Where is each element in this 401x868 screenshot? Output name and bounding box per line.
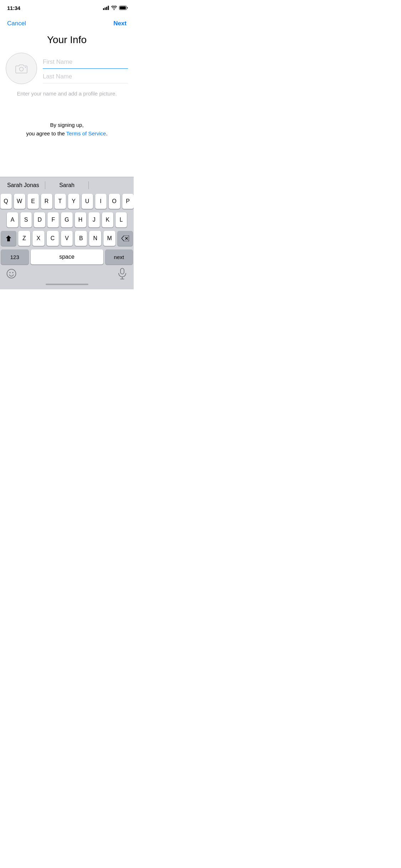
first-name-input[interactable] [43,56,128,69]
key-l[interactable]: L [115,212,127,227]
svg-rect-0 [103,8,104,10]
signal-icon [103,6,109,10]
keyboard: Sarah Jonas Sarah Q W E R T Y U I O P A … [0,177,134,289]
svg-point-11 [10,272,11,273]
terms-section: By signing up, you agree to the Terms of… [0,121,134,138]
key-d[interactable]: D [34,212,45,227]
key-y[interactable]: Y [68,194,79,209]
svg-rect-1 [105,7,106,10]
space-key[interactable]: space [31,249,103,264]
camera-icon [15,63,28,74]
svg-rect-13 [120,268,124,274]
terms-link[interactable]: Terms of Service [66,130,106,136]
wifi-icon [111,6,117,10]
last-name-wrapper [43,70,128,83]
svg-point-10 [7,269,16,278]
key-n[interactable]: N [89,231,101,246]
numbers-key[interactable]: 123 [1,249,29,264]
battery-icon [119,6,128,10]
key-row-4: 123 space next [1,249,133,264]
key-v[interactable]: V [61,231,73,246]
status-time: 11:34 [7,5,20,11]
name-fields [43,53,128,83]
key-g[interactable]: G [61,212,72,227]
key-b[interactable]: B [75,231,87,246]
key-s[interactable]: S [20,212,32,227]
key-row-3: Z X C V B N M [1,231,133,246]
svg-rect-5 [120,6,126,9]
key-o[interactable]: O [109,194,120,209]
emoji-icon [6,269,16,279]
svg-rect-3 [108,6,109,10]
status-icons [103,6,128,10]
terms-suffix: . [106,130,107,136]
key-j[interactable]: J [88,212,100,227]
key-i[interactable]: I [95,194,107,209]
key-k[interactable]: K [102,212,113,227]
key-e[interactable]: E [27,194,39,209]
key-f[interactable]: F [47,212,59,227]
key-q[interactable]: Q [0,194,12,209]
keyboard-rows: Q W E R T Y U I O P A S D F G H J K L [0,192,134,266]
key-w[interactable]: W [14,194,25,209]
nav-bar: Cancel Next [0,16,134,31]
autocomplete-word1[interactable]: Sarah Jonas [1,182,45,188]
autocomplete-divider2 [88,181,89,189]
key-m[interactable]: M [103,231,115,246]
autocomplete-word2[interactable]: Sarah [45,182,89,188]
svg-rect-2 [106,7,107,10]
key-c[interactable]: C [47,231,59,246]
shift-key[interactable] [1,231,16,246]
key-a[interactable]: A [7,212,18,227]
next-button[interactable]: Next [113,20,127,27]
autocomplete-bar: Sarah Jonas Sarah [0,177,134,192]
key-p[interactable]: P [122,194,134,209]
mic-button[interactable] [117,268,128,279]
delete-icon [121,236,129,241]
key-t[interactable]: T [55,194,66,209]
keyboard-bottom [0,266,134,281]
terms-prefix: By signing up, [50,122,83,128]
info-section [0,53,134,84]
page-title: Your Info [0,34,134,46]
cancel-button[interactable]: Cancel [7,20,26,27]
last-name-input[interactable] [43,70,128,83]
svg-point-12 [12,272,14,273]
key-u[interactable]: U [82,194,93,209]
key-row-1: Q W E R T Y U I O P [1,194,133,209]
key-r[interactable]: R [41,194,52,209]
helper-text: Enter your name and add a profile pictur… [0,90,134,97]
keyboard-next-key[interactable]: next [106,249,133,264]
home-indicator [0,281,134,289]
shift-icon [6,235,11,242]
key-z[interactable]: Z [18,231,30,246]
key-x[interactable]: X [32,231,45,246]
svg-point-6 [20,67,24,71]
microphone-icon [118,268,127,279]
delete-key[interactable] [118,231,133,246]
svg-point-7 [25,67,26,68]
status-bar: 11:34 [0,0,134,16]
terms-mid: you agree to the [26,130,66,136]
emoji-button[interactable] [6,268,17,279]
key-h[interactable]: H [75,212,86,227]
key-row-2: A S D F G H J K L [1,212,133,227]
home-bar [46,284,88,285]
first-name-wrapper [43,56,128,69]
avatar-photo-button[interactable] [6,53,37,84]
